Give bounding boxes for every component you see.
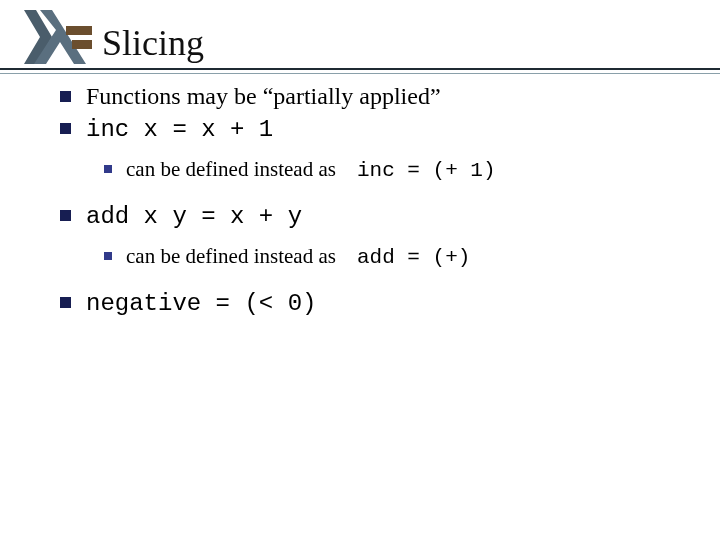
sub-bullet-code: inc = (+ 1): [357, 159, 496, 182]
title-row: Slicing: [0, 18, 720, 64]
svg-rect-3: [72, 40, 92, 49]
slide: Slicing Functions may be “partially appl…: [0, 0, 720, 540]
sub-bullet-item: can be defined instead as add = (+): [52, 242, 692, 272]
bullet-code: negative = (< 0): [86, 290, 316, 317]
bullet-code: inc x = x + 1: [86, 116, 273, 143]
square-bullet-icon: [60, 123, 71, 134]
sub-bullet-text: can be defined instead as: [126, 244, 336, 268]
bullet-item: negative = (< 0): [52, 286, 692, 320]
square-bullet-icon: [60, 91, 71, 102]
square-bullet-icon: [104, 165, 112, 173]
bullet-item: inc x = x + 1: [52, 112, 692, 146]
slide-body: Functions may be “partially applied” inc…: [52, 80, 692, 322]
bullet-code: add x y = x + y: [86, 203, 302, 230]
square-bullet-icon: [104, 252, 112, 260]
sub-bullet-text: can be defined instead as: [126, 157, 336, 181]
bullet-text: Functions may be “partially applied”: [86, 83, 441, 109]
bullet-item: add x y = x + y: [52, 199, 692, 233]
square-bullet-icon: [60, 210, 71, 221]
slide-title: Slicing: [102, 22, 204, 64]
svg-rect-2: [66, 26, 92, 35]
bullet-item: Functions may be “partially applied”: [52, 80, 692, 112]
sub-bullet-item: can be defined instead as inc = (+ 1): [52, 155, 692, 185]
sub-bullet-code: add = (+): [357, 246, 470, 269]
square-bullet-icon: [60, 297, 71, 308]
haskell-logo: [16, 4, 96, 70]
title-underline: [0, 68, 720, 74]
